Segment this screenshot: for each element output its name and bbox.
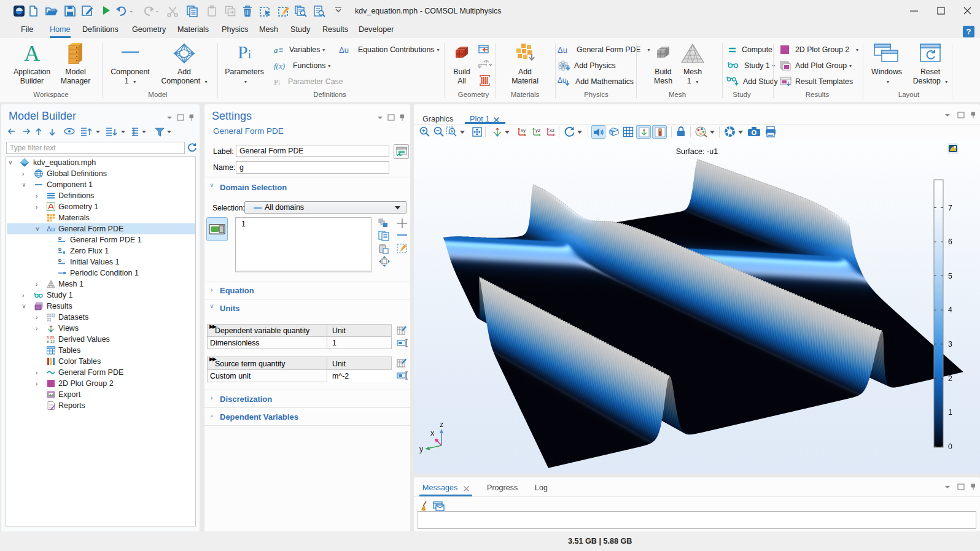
svg-text:3: 3	[948, 340, 952, 349]
svg-text:Δu: Δu	[558, 76, 567, 85]
svg-text:Δu: Δu	[558, 45, 567, 54]
svg-text:6: 6	[948, 237, 952, 246]
svg-text:z: z	[440, 420, 443, 429]
svg-text:2: 2	[948, 374, 952, 383]
svg-text:1: 1	[948, 408, 952, 417]
svg-text:xz: xz	[550, 128, 554, 133]
svg-text:D: D	[58, 236, 61, 241]
svg-text:Pi: Pi	[274, 77, 280, 86]
svg-text:x: x	[430, 429, 435, 437]
svg-text:Δu: Δu	[339, 45, 349, 54]
svg-text:D: D	[58, 258, 61, 263]
svg-text:5: 5	[948, 272, 952, 280]
svg-text:=: =	[279, 46, 283, 54]
svg-text:4: 4	[948, 306, 952, 314]
svg-text:f(x): f(x)	[274, 61, 285, 70]
svg-text:e-12: e-12	[47, 339, 55, 344]
svg-text:y: y	[419, 445, 424, 453]
svg-text:D: D	[58, 247, 61, 252]
svg-text:a: a	[274, 45, 278, 54]
svg-text:0: 0	[948, 442, 952, 451]
svg-text:7: 7	[948, 204, 952, 212]
svg-text:Δu: Δu	[47, 225, 55, 233]
svg-text:yz: yz	[535, 128, 540, 133]
svg-text:xy: xy	[521, 128, 526, 133]
